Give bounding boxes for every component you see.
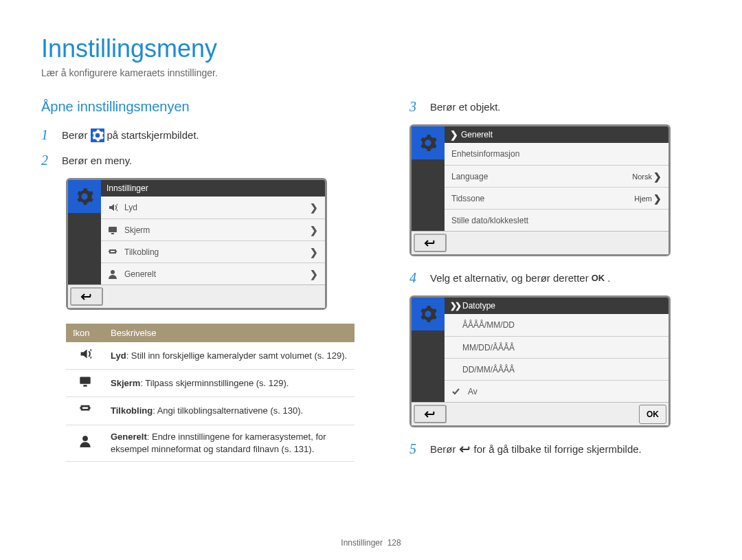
th-beskrivelse: Beskrivelse: [104, 324, 355, 342]
menu-row-lyd[interactable]: Lyd ❯: [101, 197, 325, 219]
device-settings-menu: Innstillinger Lyd ❯ Skjerm ❯ Tilkobling: [66, 178, 327, 310]
menu-label: Generelt: [124, 269, 156, 279]
device-gear-button[interactable]: [412, 126, 445, 159]
menu-label: Skjerm: [124, 225, 150, 235]
step-number: 4: [409, 270, 422, 286]
menu-row-tidssone[interactable]: Tidssone Hjem❯: [445, 187, 668, 209]
table-row: Skjerm: Tilpass skjerminnstillingene (s.…: [66, 370, 355, 397]
table-row: Lyd: Still inn forskjellige kameralyder …: [66, 342, 355, 370]
step-number: 5: [409, 441, 422, 457]
display-icon: [66, 370, 104, 397]
step-5-post: for å gå tilbake til forrige skjermbilde…: [474, 443, 642, 455]
option-av[interactable]: Av: [445, 380, 668, 402]
speaker-icon: [108, 203, 119, 212]
step-4-post: .: [607, 272, 610, 284]
desc-cell: Generelt: Endre innstillingene for kamer…: [104, 425, 355, 461]
step-5: 5 Berør for å gå tilbake til forrige skj…: [409, 441, 701, 457]
chevron-right-icon: ❯: [653, 193, 662, 204]
option-mmddaaaa[interactable]: MM/DD/ÅÅÅÅ: [445, 336, 668, 358]
step-3-text: Berør et objekt.: [430, 101, 501, 113]
table-row: Generelt: Endre innstillingene for kamer…: [66, 425, 355, 461]
desc-cell: Tilkobling: Angi tilkoblingsalternativen…: [104, 397, 355, 425]
device-generelt-menu: ❯Generelt Enhetsinformasjon Language Nor…: [409, 124, 671, 256]
step-1-pre: Berør: [62, 129, 88, 141]
page-title: Innstillingsmeny: [41, 34, 701, 63]
back-button[interactable]: [414, 405, 447, 423]
th-ikon: Ikon: [66, 324, 104, 342]
step-3: 3 Berør et objekt.: [409, 99, 701, 115]
menu-row-generelt[interactable]: Generelt ❯: [101, 262, 325, 284]
table-row: Tilkobling: Angi tilkoblingsalternativen…: [66, 397, 355, 425]
back-icon: [459, 445, 471, 454]
menu-label: Enhetsinformasjon: [451, 149, 519, 159]
option-aaaammdd[interactable]: ÅÅÅÅ/MM/DD: [445, 314, 668, 336]
menu-value: Norsk: [632, 172, 652, 181]
device-gear-button[interactable]: [412, 298, 445, 331]
chevron-right-icon: ❯: [310, 202, 318, 213]
footer-page-number: 128: [387, 538, 401, 548]
display-icon: [108, 225, 119, 235]
menu-row-dato[interactable]: Stille dato/klokkeslett: [445, 209, 668, 231]
step-4: 4 Velg et alternativ, og berør deretter …: [409, 270, 701, 286]
step-5-pre: Berør: [430, 443, 456, 455]
ok-text-inline: OK: [592, 273, 605, 283]
device-gear-button[interactable]: [68, 180, 101, 213]
option-label: ÅÅÅÅ/MM/DD: [462, 320, 515, 330]
chevron-right-icon: ❯: [310, 269, 318, 280]
step-number: 3: [409, 99, 422, 115]
back-button[interactable]: [70, 287, 103, 306]
step-number: 1: [41, 127, 54, 143]
check-icon: [451, 387, 462, 396]
device-header: ❯❯Datotype: [445, 298, 668, 314]
icon-description-table: Ikon Beskrivelse Lyd: Still inn forskjel…: [66, 324, 355, 462]
device-header: Innstillinger: [101, 180, 325, 197]
gear-icon: [91, 128, 104, 142]
ok-button[interactable]: OK: [639, 405, 666, 424]
step-2-text: Berør en meny.: [62, 155, 132, 166]
menu-row-skjerm[interactable]: Skjerm ❯: [101, 219, 325, 240]
desc-cell: Lyd: Still inn forskjellige kameralyder …: [104, 342, 355, 370]
menu-label: Language: [451, 172, 488, 181]
menu-label: Tilkobling: [124, 247, 159, 257]
page-footer: Innstillinger 128: [0, 538, 742, 548]
menu-value: Hjem: [634, 194, 652, 203]
option-label: MM/DD/ÅÅÅÅ: [462, 343, 515, 352]
chevron-right-icon: ❯: [310, 247, 318, 258]
option-label: DD/MM/ÅÅÅÅ: [462, 365, 515, 374]
device-datotype-menu: ❯❯Datotype ÅÅÅÅ/MM/DD MM/DD/ÅÅÅÅ DD/MM/Å…: [409, 295, 671, 427]
step-4-pre: Velg et alternativ, og berør deretter: [430, 272, 589, 284]
menu-row-tilkobling[interactable]: Tilkobling ❯: [101, 240, 325, 262]
chevron-right-icon: ❯: [450, 129, 458, 140]
chevron-right-icon: ❯: [653, 171, 662, 182]
menu-label: Lyd: [124, 203, 137, 212]
step-number: 2: [41, 153, 54, 168]
step-1: 1 Berør på startskjermbildet.: [41, 127, 355, 143]
connection-icon: [108, 247, 119, 257]
section-title: Åpne innstillingsmenyen: [41, 99, 355, 115]
step-1-post: på startskjermbildet.: [107, 129, 199, 141]
desc-cell: Skjerm: Tilpass skjerminnstillingene (s.…: [104, 370, 355, 397]
double-chevron-icon: ❯❯: [450, 301, 460, 311]
speaker-icon: [66, 342, 104, 370]
person-icon: [66, 425, 104, 461]
menu-row-language[interactable]: Language Norsk❯: [445, 165, 668, 187]
option-ddmmaaaa[interactable]: DD/MM/ÅÅÅÅ: [445, 358, 668, 380]
person-icon: [108, 269, 119, 279]
back-button[interactable]: [414, 234, 447, 252]
footer-section: Innstillinger: [341, 538, 383, 548]
menu-row-enhetsinfo[interactable]: Enhetsinformasjon: [445, 143, 668, 165]
chevron-right-icon: ❯: [310, 225, 318, 236]
option-label: Av: [468, 387, 477, 396]
menu-label: Stille dato/klokkeslett: [451, 216, 528, 225]
menu-label: Tidssone: [451, 194, 484, 203]
device-header: ❯Generelt: [445, 126, 668, 143]
connection-icon: [66, 397, 104, 425]
step-2: 2 Berør en meny.: [41, 153, 355, 168]
page-subtitle: Lær å konfigurere kameraets innstillinge…: [41, 67, 701, 78]
